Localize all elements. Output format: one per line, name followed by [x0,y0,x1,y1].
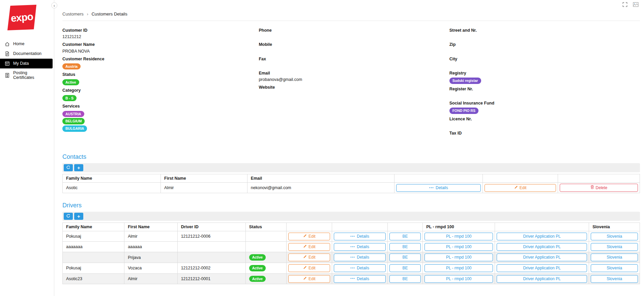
ellipsis-icon: ••• [350,266,355,270]
driver-family-name: aaaaaaa [63,242,124,252]
driver-slovenia-button[interactable]: Slovenia [591,254,638,261]
driver-application-pl-button[interactable]: Driver Application PL [497,264,587,272]
sidebar-collapse-button[interactable]: ‹ [51,2,57,8]
field-value [259,91,449,96]
sidebar-menu: Home Documentation My Data Posting Certi… [0,39,54,83]
driver-family-name [63,252,124,263]
button-label: Slovenia [607,255,622,260]
driver-id: 12121212-0001 [177,273,245,284]
driver-edit-button[interactable]: Edit [288,233,330,240]
sidebar-item-home[interactable]: Home [0,39,53,49]
page-content: Customer ID 12121212 Customer Name PROBA… [54,21,644,284]
driver-edit-button[interactable]: Edit [288,275,330,283]
driver-be-button[interactable]: BE [389,243,421,251]
field-label: Licence Nr. [449,116,640,122]
contacts-section: Contacts + [62,153,640,193]
pencil-icon [303,276,307,282]
driver-application-pl-button[interactable]: Driver Application PL [497,233,587,240]
field-label: Website [259,85,449,90]
details-column-2: Phone Mobile Fax Email probanova@gmail.c… [259,28,449,145]
driver-id [177,242,245,252]
driver-pl-rmpd-button[interactable]: PL - rmpd 100 [425,275,493,283]
fullscreen-icon[interactable] [622,2,627,7]
driver-family-name: Pokusaj [63,231,124,242]
button-label: PL - rmpd 100 [446,244,472,249]
ellipsis-icon: ••• [350,245,355,249]
field-category: Category B - S [62,88,259,101]
button-label: Details [436,185,448,190]
contacts-header-empty [394,174,483,183]
expo-logo[interactable]: expo [7,5,36,30]
driver-pl-rmpd-button[interactable]: PL - rmpd 100 [425,254,493,261]
driver-pl-rmpd-button[interactable]: PL - rmpd 100 [425,243,493,251]
add-driver-button[interactable]: + [74,213,83,220]
driver-row: Pokusaj Almir 12121212-0006 Edit •••Deta… [63,231,640,242]
driver-be-button[interactable]: BE [389,275,421,283]
driver-pl-rmpd-button[interactable]: PL - rmpd 100 [425,264,493,272]
driver-slovenia-button[interactable]: Slovenia [591,264,638,272]
button-label: PL - rmpd 100 [446,266,472,271]
category-badge: B - S [62,95,77,101]
button-label: Details [357,255,369,260]
field-value [449,34,640,39]
driver-be-button[interactable]: BE [389,264,421,272]
driver-edit-button[interactable]: Edit [288,254,330,261]
driver-pl-rmpd-button[interactable]: PL - rmpd 100 [425,233,493,240]
ellipsis-icon: ••• [350,235,355,238]
driver-details-button[interactable]: •••Details [334,233,385,240]
sidebar-item-label: Home [13,42,24,47]
field-label: Registry [449,70,640,76]
contact-details-button[interactable]: ••• Details [396,184,481,192]
driver-first-name: Vozaca [124,263,178,274]
driver-be-button[interactable]: BE [389,233,421,240]
drivers-header-family-name: Family Name [63,223,124,231]
field-label: City [449,56,640,62]
drivers-header-first-name: First Name [124,223,178,231]
home-icon [5,41,10,47]
button-label: Driver Application PL [523,255,561,260]
field-label: Category [62,88,259,93]
field-value [259,63,449,68]
field-label: Street and Nr. [449,28,640,33]
sidebar-item-documentation[interactable]: Documentation [0,49,53,59]
sidebar-item-my-data[interactable]: My Data [0,59,53,68]
contact-first-name: Almir [161,183,247,193]
driver-application-pl-button[interactable]: Driver Application PL [497,243,587,251]
field-status: Status Active [62,72,259,85]
driver-details-button[interactable]: •••Details [334,264,385,272]
driver-edit-button[interactable]: Edit [288,264,330,272]
driver-edit-button[interactable]: Edit [288,243,330,251]
driver-application-pl-button[interactable]: Driver Application PL [497,254,587,261]
add-contact-button[interactable]: + [74,164,83,171]
topbar: ‹ [54,0,644,11]
button-label: Details [357,276,369,282]
driver-application-pl-button[interactable]: Driver Application PL [497,275,587,283]
driver-slovenia-button[interactable]: Slovenia [591,275,638,283]
field-label: Status [62,72,259,77]
button-label: BE [403,266,408,271]
contact-edit-button[interactable]: Edit [485,184,556,192]
driver-id: 12121212-0002 [177,263,245,274]
button-label: Slovenia [607,234,622,239]
contacts-refresh-button[interactable] [64,164,73,171]
contacts-table: Family Name First Name Email Asotic Almi… [62,174,640,193]
driver-details-button[interactable]: •••Details [334,243,385,251]
button-label: Details [357,234,369,239]
driver-slovenia-button[interactable]: Slovenia [591,233,638,240]
driver-be-button[interactable]: BE [389,254,421,261]
driver-details-button[interactable]: •••Details [334,254,385,261]
contact-delete-button[interactable]: Delete [560,184,638,192]
field-value [449,137,640,142]
drivers-refresh-button[interactable] [64,213,73,220]
sidebar: expo Home Documentation My Data [0,0,54,296]
sidebar-item-posting-certificates[interactable]: Posting Certificates [0,68,53,83]
field-value [259,49,449,54]
drivers-header-pl-rmpd: PL - rmpd 100 [423,223,495,231]
driver-details-button[interactable]: •••Details [334,275,385,283]
button-label: Slovenia [607,266,622,271]
button-label: Edit [309,266,316,271]
breadcrumb-customers[interactable]: Customers [62,11,84,17]
driver-slovenia-button[interactable]: Slovenia [591,243,638,251]
button-label: PL - rmpd 100 [446,276,472,282]
service-badge-belgium: BELGIUM [62,118,85,124]
